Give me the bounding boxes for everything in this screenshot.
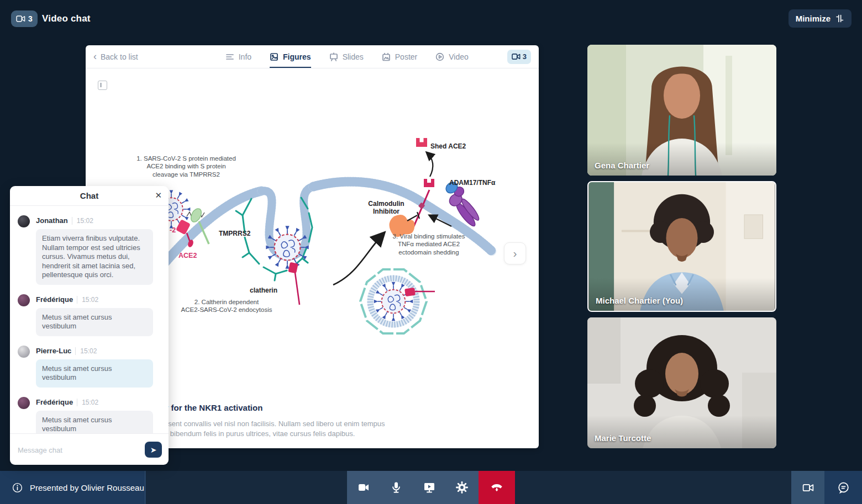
camera-button[interactable] (347, 471, 380, 504)
video-camera-icon (16, 15, 25, 23)
chevron-left-icon: ‹ (93, 51, 97, 61)
participant-name: Gena Chartier (595, 161, 649, 170)
step2-label: 2. Caltherin dependent (195, 299, 259, 305)
message-author: Frédérique (36, 295, 73, 304)
figure-body-line1: esent convallis vel nisl non facilisis. … (164, 419, 540, 429)
video-camera-outline-icon (801, 481, 815, 495)
svg-text:ACE2-SARS-CoV-2 endocytosis: ACE2-SARS-CoV-2 endocytosis (181, 306, 272, 313)
chat-message-input[interactable] (18, 442, 139, 458)
slides-easel-icon (329, 52, 338, 61)
tmprrs2-label: TMPRRS2 (219, 230, 251, 237)
chevron-right-icon: › (513, 247, 517, 260)
presented-by-label: Presented by Olivier Rousseau (30, 483, 144, 492)
present-screen-button[interactable] (413, 471, 446, 504)
figure-description: y for the NKR1 activation esent convalli… (164, 403, 540, 439)
figure-heading: y for the NKR1 activation (164, 403, 540, 412)
video-camera-icon (357, 481, 370, 494)
info-icon (12, 482, 23, 494)
presenter-info: Presented by Olivier Rousseau (0, 471, 145, 504)
avatar (18, 397, 30, 409)
chat-message: Frédérique15:02 Metus sit amet cursus ve… (18, 294, 161, 336)
participant-count: 3 (28, 14, 33, 23)
chat-message: Frédérique15:02 Metus sit amet cursus ve… (18, 397, 161, 434)
close-icon[interactable]: ✕ (155, 190, 162, 200)
svg-text:ectodomain shedding: ectodomain shedding (398, 249, 459, 256)
chat-title: Chat (80, 191, 98, 200)
chat-message-list[interactable]: Jonathan15:02 Etiam viverra finibus vulp… (10, 206, 169, 433)
bottom-bar-spacer (146, 471, 347, 504)
tab-poster[interactable]: Poster (382, 45, 417, 68)
gear-icon (455, 481, 469, 494)
message-bubble: Etiam viverra finibus vulputate. Nullam … (36, 229, 153, 285)
minimize-icon (835, 14, 844, 23)
present-screen-icon (423, 481, 436, 494)
hang-up-button[interactable] (479, 471, 515, 504)
message-bubble: Metus sit amet cursus vestibulum (36, 308, 153, 336)
avatar (18, 215, 30, 227)
top-bar: 3 Video chat Minimize (0, 0, 862, 38)
microphone-button[interactable] (380, 471, 413, 504)
figure-body-line2: n bibendum felis in purus ultrices, vita… (164, 429, 540, 439)
participant-count-badge: 3 (11, 10, 38, 27)
tab-figures[interactable]: Figures (270, 45, 311, 68)
tab-info[interactable]: Info (225, 45, 251, 68)
bottom-bar: Presented by Olivier Rousseau (0, 471, 862, 504)
tabs: Info Figures Slides Poster Video (225, 45, 469, 68)
send-button[interactable]: ➤ (145, 442, 162, 458)
back-to-list-button[interactable]: ‹ Back to list (93, 45, 138, 68)
chat-message: Jonathan15:02 Etiam viverra finibus vulp… (18, 215, 161, 285)
message-bubble: Metus sit amet cursus vestibulum (36, 359, 153, 388)
step3-label: 3. Viral binding stimulates (393, 233, 465, 240)
message-author: Frédérique (36, 398, 73, 406)
microphone-icon (390, 481, 403, 494)
sars-cov-2-label: -2 (170, 226, 176, 234)
next-figure-button[interactable]: › (504, 242, 526, 264)
step1-label: 1. SARS-CoV-2 S protein mediated (136, 155, 236, 162)
settings-button[interactable] (446, 471, 479, 504)
message-time: 15:02 (77, 296, 98, 304)
participant-tile-marie[interactable]: Marie Turcotte (587, 317, 776, 448)
vesicle (360, 269, 435, 333)
calmodulin-inhibitor (333, 212, 419, 285)
message-author: Pierre-Luc (36, 347, 71, 355)
call-controls (347, 471, 479, 504)
hang-up-phone-icon (490, 480, 504, 495)
tab-info-label: Info (239, 52, 251, 61)
adam17-label: ADAM17/TNFα (449, 179, 496, 187)
message-bubble: Metus sit amet cursus vestibulum (36, 411, 153, 434)
participant-tile-michael-you[interactable]: Michael Chartier (You) (587, 181, 776, 312)
tab-slides-label: Slides (343, 52, 364, 61)
tab-slides[interactable]: Slides (329, 45, 364, 68)
card-camera-count-badge: 3 (507, 50, 531, 64)
image-icon (270, 52, 278, 61)
chat-toggle-button[interactable] (824, 471, 862, 504)
participant-tile-gena[interactable]: Gena Chartier (587, 45, 776, 176)
message-time: 15:02 (72, 217, 93, 225)
minimize-label: Minimize (796, 14, 831, 23)
bottom-bar-spacer (515, 471, 791, 504)
shed-ace2-label: Shed ACE2 (430, 142, 466, 150)
minimize-button[interactable]: Minimize (789, 9, 852, 28)
clatherin-label: clatherin (250, 287, 277, 294)
message-time: 15:02 (75, 347, 97, 355)
svg-text:Inhibitor: Inhibitor (373, 208, 400, 215)
svg-text:ACE2 binding with S protein: ACE2 binding with S protein (146, 163, 225, 169)
chat-header: Chat ✕ (10, 186, 169, 206)
camera-toggle-button[interactable] (791, 471, 824, 504)
tab-video[interactable]: Video (435, 45, 469, 68)
video-camera-icon (512, 53, 521, 60)
info-list-icon (225, 52, 234, 61)
chat-message: Pierre-Luc15:02 Metus sit amet cursus ve… (18, 346, 161, 388)
message-time: 15:02 (77, 399, 98, 406)
participant-name: Marie Turcotte (595, 433, 651, 443)
avatar (18, 294, 30, 306)
calmodulin-label: Calmodulin (368, 200, 404, 208)
poster-icon (382, 52, 391, 61)
avatar (18, 346, 30, 358)
svg-text:TNFα mediated ACE2: TNFα mediated ACE2 (398, 241, 460, 247)
card-camera-count: 3 (523, 52, 527, 61)
card-tab-bar: ‹ Back to list Info Figures Slides (86, 45, 539, 68)
tab-poster-label: Poster (395, 52, 417, 61)
chat-input-row: ➤ (10, 433, 169, 465)
video-chat-app: 3 Video chat Minimize ‹ Back to list Inf… (0, 0, 862, 504)
